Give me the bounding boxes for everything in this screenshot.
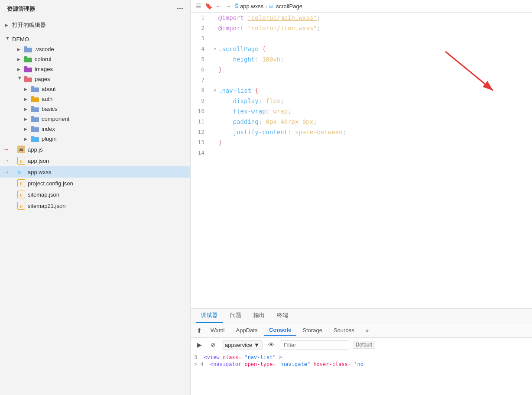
svg-rect-5 (24, 66, 27, 68)
bookmark-icon[interactable]: 🔖 (205, 3, 212, 10)
token: 100vh (262, 56, 280, 63)
devtools-tabs: ⬆ Wxml AppData Console Storage Sources » (191, 323, 532, 338)
appjson-arrow-indicator: → (3, 157, 10, 165)
code-line-14: 14 (191, 148, 532, 158)
line-content: .nav-list { (218, 85, 532, 96)
sidebar-item-sitemap21[interactable]: {} sitemap21.json (0, 200, 190, 211)
sidebar: 资源管理器 ··· ▶ 打开的编辑器 ▶ DEMO ▶ .vscode ▶ co… (0, 0, 191, 395)
svg-rect-14 (31, 117, 39, 122)
pages-triangle: ▶ (18, 77, 22, 82)
token: "colorui/icon.wxss" (247, 25, 317, 32)
line-content: .scrollPage { (218, 44, 532, 54)
tab-terminal[interactable]: 终端 (272, 309, 293, 323)
sidebar-item-component[interactable]: ▶ component (0, 114, 190, 124)
sidebar-item-about[interactable]: ▶ about (0, 84, 190, 94)
about-label: about (42, 86, 56, 92)
projectconfig-label: project.config.json (28, 180, 73, 187)
no-icon[interactable]: ⊘ (208, 340, 218, 350)
svg-rect-13 (31, 106, 34, 108)
sidebar-item-appjson[interactable]: → {} app.json (0, 155, 190, 166)
forward-button[interactable]: → (225, 3, 231, 10)
appwxss-icon: S (17, 168, 25, 176)
colorui-folder-icon (24, 56, 32, 62)
eye-icon[interactable]: 👁 (266, 340, 276, 350)
line-number: 3 (191, 33, 211, 44)
line-number: 9 (191, 96, 211, 106)
devtab-appdata[interactable]: AppData (231, 325, 263, 335)
devtab-wxml[interactable]: Wxml (205, 325, 230, 335)
sidebar-item-vscode[interactable]: ▶ .vscode (0, 44, 190, 54)
demo-toggle[interactable]: ▶ DEMO (0, 34, 190, 44)
token: : (288, 129, 295, 136)
filter-input[interactable] (280, 340, 349, 350)
sidebar-item-basics[interactable]: ▶ basics (0, 104, 190, 114)
token: @import (218, 14, 247, 21)
code-line-3: 3 (191, 33, 532, 44)
token: { (262, 45, 266, 52)
demo-label: DEMO (12, 36, 29, 42)
sidebar-more-button[interactable]: ··· (177, 4, 183, 13)
breadcrumb-selector[interactable]: .scrollPage (275, 3, 302, 10)
play-icon[interactable]: ▶ (194, 340, 204, 350)
code-line-7: 7 (191, 75, 532, 85)
breadcrumb-selector-icon: ⊞ (269, 3, 273, 9)
tab-output[interactable]: 输出 (248, 309, 270, 323)
fold-arrow[interactable]: ∨ (211, 44, 218, 54)
appservice-select[interactable]: appservice ▼ (222, 340, 263, 350)
line-number: 12 (191, 127, 211, 137)
colorui-label: colorui (35, 56, 51, 62)
sidebar-item-projectconfig[interactable]: {} project.config.json (0, 178, 190, 189)
line-content: display: flex; (218, 96, 532, 106)
token: flex (266, 97, 281, 104)
token: ; (313, 118, 317, 125)
component-folder-icon (31, 116, 39, 122)
sidebar-item-sitemap[interactable]: {} sitemap.json (0, 189, 190, 200)
line-number: 2 (191, 23, 211, 33)
appjs-icon: JS (17, 146, 25, 153)
devtab-storage[interactable]: Storage (297, 325, 328, 335)
sidebar-item-auth[interactable]: ▶ auth (0, 94, 190, 104)
breadcrumb-filename[interactable]: app.wxss (240, 3, 263, 10)
svg-rect-17 (31, 126, 34, 128)
token: rpx (288, 118, 298, 125)
sidebar-item-index[interactable]: ▶ index (0, 124, 190, 134)
fold-arrow[interactable]: ∨ (211, 85, 218, 96)
sidebar-item-appwxss[interactable]: → S app.wxss (0, 166, 190, 178)
token: padding (218, 118, 259, 125)
cursor-tool-icon[interactable]: ⬆ (194, 325, 204, 336)
devtab-sources[interactable]: Sources (328, 325, 360, 335)
open-editors-toggle[interactable]: ▶ 打开的编辑器 (0, 19, 190, 31)
svg-rect-12 (31, 107, 39, 112)
svg-rect-19 (31, 136, 34, 138)
basics-triangle: ▶ (24, 107, 29, 111)
devtab-console[interactable]: Console (264, 325, 296, 336)
editor-content[interactable]: 1@import "colorui/main.wxss";2@import "c… (191, 13, 532, 308)
open-editors-section: ▶ 打开的编辑器 (0, 18, 190, 32)
about-folder-icon (31, 86, 39, 92)
tab-issues[interactable]: 问题 (225, 309, 247, 323)
hamburger-icon[interactable]: ☰ (196, 3, 201, 10)
sidebar-item-plugin[interactable]: ▶ plugin (0, 134, 190, 144)
appwxss-arrow-indicator: → (3, 168, 10, 176)
sidebar-item-colorui[interactable]: ▶ colorui (0, 54, 190, 64)
sidebar-item-images[interactable]: ▶ images (0, 64, 190, 74)
code-line-11: 11 padding: 0px 40rpx 0px; (191, 117, 532, 127)
svg-rect-2 (24, 58, 32, 62)
code-line-13: 13} (191, 137, 532, 148)
tab-debugger[interactable]: 调试器 (196, 309, 223, 323)
devtab-more[interactable]: » (360, 325, 374, 335)
line-content: flex-wrap: wrap; (218, 106, 532, 117)
code-line-12: 12 justify-content: space-between; (191, 127, 532, 137)
token: ; (343, 129, 346, 136)
sidebar-item-pages[interactable]: ▶ pages (0, 74, 190, 84)
line-content: } (218, 65, 532, 75)
token: @import (218, 25, 247, 32)
sidebar-item-appjs[interactable]: → JS app.js (0, 144, 190, 155)
svg-rect-18 (31, 137, 39, 142)
svg-rect-11 (31, 96, 34, 98)
index-triangle: ▶ (24, 127, 29, 131)
line-number: 10 (191, 106, 211, 117)
svg-rect-16 (31, 127, 39, 132)
bottom-tabs: 调试器 问题 输出 终端 (191, 309, 532, 323)
back-button[interactable]: ← (216, 3, 222, 10)
